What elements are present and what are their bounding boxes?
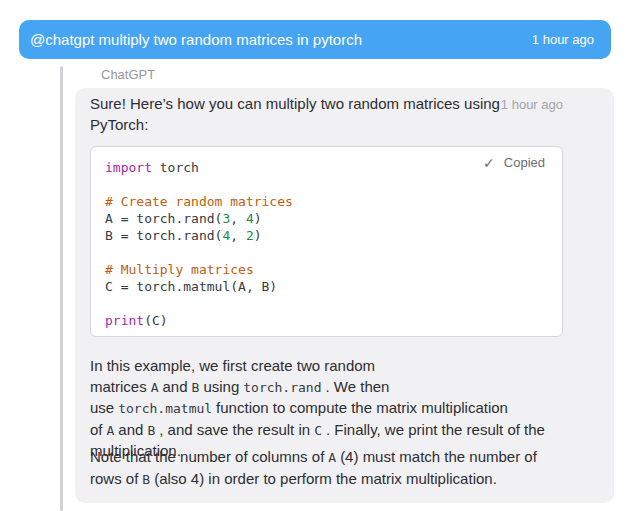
inline-code: A xyxy=(328,450,336,465)
inline-code: B xyxy=(192,380,200,395)
code-token: 2 xyxy=(246,228,254,243)
code-line: B = torch.rand(4, 2) xyxy=(105,227,562,244)
paragraph-text: and xyxy=(163,378,188,395)
code-token: (C) xyxy=(144,313,167,328)
code-line: C = torch.matmul(A, B) xyxy=(105,278,562,295)
inline-code: A xyxy=(107,423,115,438)
paragraph-text: (also 4) in order to perform the matrix … xyxy=(154,470,497,487)
code-token: 4 xyxy=(246,211,254,226)
paragraph-text: , and save the result in xyxy=(159,421,310,438)
copy-code-button[interactable]: ✓ Copied xyxy=(483,155,545,170)
code-token: torch xyxy=(152,160,199,175)
code-block: ✓ Copied import torch# Create random mat… xyxy=(90,146,563,337)
message-card: Sure! Here’s how you can multiply two ra… xyxy=(75,88,614,503)
copied-label: Copied xyxy=(504,155,545,170)
message-intro-text: Sure! Here’s how you can multiply two ra… xyxy=(90,94,535,135)
code-line xyxy=(105,176,562,193)
message-paragraph-1: In this example, we first create two ran… xyxy=(90,356,566,462)
code-token: A = torch.rand( xyxy=(105,211,222,226)
code-line: A = torch.rand(3, 4) xyxy=(105,210,562,227)
code-line: print(C) xyxy=(105,312,562,329)
code-token: # Multiply matrices xyxy=(105,262,254,277)
inline-code: B xyxy=(142,472,150,487)
code-token: import xyxy=(105,160,152,175)
message-timestamp: 1 hour ago xyxy=(501,97,563,112)
code-line: # Multiply matrices xyxy=(105,261,562,278)
inline-code: C xyxy=(314,423,322,438)
code-line: # Create random matrices xyxy=(105,193,562,210)
inline-code: B xyxy=(147,423,155,438)
paragraph-text: using xyxy=(203,378,239,395)
code-line xyxy=(105,295,562,312)
code-line xyxy=(105,244,562,261)
inline-code: A xyxy=(151,380,159,395)
message-paragraph-2: Note that the number of columns ofA(4) m… xyxy=(90,447,566,490)
code-token: , xyxy=(230,228,246,243)
inline-code: torch.matmul xyxy=(118,401,212,416)
code-token: , xyxy=(230,211,246,226)
query-text: @chatgpt multiply two random matrices in… xyxy=(30,31,362,48)
sender-name[interactable]: ChatGPT xyxy=(101,67,155,82)
code-token: ) xyxy=(254,228,262,243)
paragraph-text: Note that the number of columns of xyxy=(90,448,324,465)
inline-code: torch.rand xyxy=(243,380,321,395)
code-token: ) xyxy=(254,211,262,226)
paragraph-text: and xyxy=(118,421,143,438)
code-token: # Create random matrices xyxy=(105,194,293,209)
thread-line xyxy=(60,66,63,511)
query-timestamp: 1 hour ago xyxy=(532,32,594,47)
code-token: print xyxy=(105,313,144,328)
query-message[interactable]: @chatgpt multiply two random matrices in… xyxy=(19,20,611,59)
code-token: B = torch.rand( xyxy=(105,228,222,243)
code-content: import torch# Create random matricesA = … xyxy=(91,147,562,329)
code-token: C = torch.matmul(A, B) xyxy=(105,279,277,294)
check-icon: ✓ xyxy=(483,156,495,170)
